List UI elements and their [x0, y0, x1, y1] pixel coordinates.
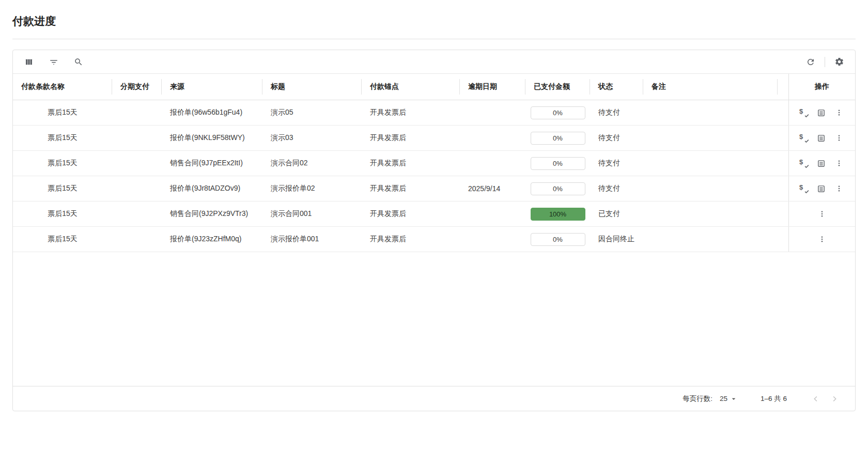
page-range-label: 1–6 共 6	[761, 394, 787, 404]
table-header-row: 付款条款名称 分期支付 来源 标题 付款锚点 逾期日期 已支付金额 状态 备注 …	[13, 74, 855, 100]
cell-terms: 票后15天	[13, 100, 112, 125]
cell-title: 演示03	[262, 126, 362, 150]
cell-title: 演示报价单001	[262, 227, 362, 252]
table-body: 票后15天 报价单(96w56b1gFu4) 演示05 开具发票后 0% 待支付…	[13, 100, 855, 252]
more-options-icon[interactable]	[833, 107, 845, 118]
cell-remark	[643, 176, 778, 201]
filter-icon[interactable]	[47, 55, 60, 69]
toolbar-divider	[825, 57, 825, 67]
cell-remark	[643, 100, 778, 125]
cell-title: 演示报价单02	[262, 176, 362, 201]
settings-gear-icon[interactable]	[832, 55, 846, 69]
more-options-icon[interactable]	[833, 183, 845, 194]
column-header-paid[interactable]: 已支付金额	[525, 74, 590, 100]
column-header-source[interactable]: 来源	[162, 74, 262, 100]
cell-anchor: 开具发票后	[362, 126, 460, 150]
rows-per-page-select[interactable]: 25	[720, 395, 738, 403]
cell-title: 演示合同02	[262, 151, 362, 176]
more-options-icon[interactable]	[816, 234, 828, 245]
table-row[interactable]: 票后15天 销售合同(9J7pEEx2ItI) 演示合同02 开具发票后 0% …	[13, 151, 855, 176]
paid-percent-chip[interactable]: 0%	[531, 106, 585, 119]
rows-per-page-label: 每页行数:	[683, 394, 712, 404]
table-row[interactable]: 票后15天 销售合同(9J2PXz9VTr3) 演示合同001 开具发票后 10…	[13, 201, 855, 227]
toolbar-left	[22, 55, 85, 69]
title-divider	[12, 39, 856, 39]
ledger-icon[interactable]	[815, 183, 827, 194]
column-header-terms[interactable]: 付款条款名称	[13, 74, 112, 100]
column-header-title[interactable]: 标题	[262, 74, 362, 100]
cell-remark	[643, 227, 778, 252]
column-header-status[interactable]: 状态	[590, 74, 643, 100]
more-options-icon[interactable]	[833, 132, 845, 144]
more-options-icon[interactable]	[833, 158, 845, 169]
cell-source: 报价单(9J23zZHfM0q)	[162, 227, 262, 252]
columns-icon[interactable]	[22, 55, 36, 69]
column-header-anchor[interactable]: 付款锚点	[362, 74, 460, 100]
cell-overdue: 2025/9/14	[460, 176, 525, 201]
cell-status: 待支付	[590, 126, 643, 150]
cell-terms: 票后15天	[13, 151, 112, 176]
cell-overdue	[460, 227, 525, 252]
cell-overdue	[460, 201, 525, 226]
paid-percent-chip[interactable]: 100%	[531, 208, 585, 221]
cell-actions: $	[788, 126, 855, 150]
mark-paid-icon[interactable]: $	[799, 159, 809, 168]
table-row[interactable]: 票后15天 报价单(9NKL9F58tWY) 演示03 开具发票后 0% 待支付…	[13, 126, 855, 151]
column-header-installment[interactable]: 分期支付	[112, 74, 162, 100]
cell-actions	[788, 227, 855, 252]
cell-remark	[643, 126, 778, 150]
cell-paid: 0%	[525, 227, 590, 252]
ledger-icon[interactable]	[815, 158, 827, 169]
cell-remark	[643, 201, 778, 226]
cell-anchor: 开具发票后	[362, 151, 460, 176]
ledger-icon[interactable]	[815, 107, 827, 118]
refresh-icon[interactable]	[804, 55, 817, 69]
cell-paid: 0%	[525, 176, 590, 201]
cell-title: 演示05	[262, 100, 362, 125]
search-icon[interactable]	[72, 55, 85, 69]
cell-source: 报价单(9Jr8tADZOv9)	[162, 176, 262, 201]
cell-source: 报价单(9NKL9F58tWY)	[162, 126, 262, 150]
paid-percent-chip[interactable]: 0%	[531, 233, 585, 246]
cell-status: 待支付	[590, 176, 643, 201]
column-header-remark[interactable]: 备注	[643, 74, 778, 100]
paid-percent-chip[interactable]: 0%	[531, 182, 585, 195]
cell-actions: $	[788, 151, 855, 176]
cell-installment	[112, 227, 162, 252]
payment-table-card: 付款条款名称 分期支付 来源 标题 付款锚点 逾期日期 已支付金额 状态 备注 …	[12, 50, 856, 411]
cell-anchor: 开具发票后	[362, 227, 460, 252]
mark-paid-icon[interactable]: $	[799, 133, 809, 143]
cell-actions: $	[788, 176, 855, 201]
column-header-overdue[interactable]: 逾期日期	[460, 74, 525, 100]
table-row[interactable]: 票后15天 报价单(96w56b1gFu4) 演示05 开具发票后 0% 待支付…	[13, 100, 855, 126]
cell-paid: 100%	[525, 201, 590, 226]
cell-status: 已支付	[590, 201, 643, 226]
paid-percent-chip[interactable]: 0%	[531, 132, 585, 145]
mark-paid-icon[interactable]: $	[799, 184, 809, 193]
table-toolbar	[13, 50, 855, 74]
cell-anchor: 开具发票后	[362, 176, 460, 201]
cell-installment	[112, 100, 162, 125]
table-row[interactable]: 票后15天 报价单(9J23zZHfM0q) 演示报价单001 开具发票后 0%…	[13, 227, 855, 252]
cell-anchor: 开具发票后	[362, 100, 460, 125]
cell-actions	[788, 201, 855, 226]
table-row[interactable]: 票后15天 报价单(9Jr8tADZOv9) 演示报价单02 开具发票后 202…	[13, 176, 855, 201]
cell-source: 报价单(96w56b1gFu4)	[162, 100, 262, 125]
cell-anchor: 开具发票后	[362, 201, 460, 226]
cell-title: 演示合同001	[262, 201, 362, 226]
chevron-down-icon	[730, 395, 738, 403]
cell-terms: 票后15天	[13, 201, 112, 226]
previous-page-icon[interactable]	[809, 392, 823, 406]
column-header-actions: 操作	[788, 74, 855, 100]
cell-status: 因合同终止	[590, 227, 643, 252]
next-page-icon[interactable]	[827, 392, 842, 406]
table-empty-area	[13, 252, 855, 386]
ledger-icon[interactable]	[815, 132, 827, 144]
mark-paid-icon[interactable]: $	[799, 108, 809, 117]
more-options-icon[interactable]	[816, 208, 828, 220]
cell-status: 待支付	[590, 100, 643, 125]
cell-terms: 票后15天	[13, 176, 112, 201]
cell-overdue	[460, 100, 525, 125]
cell-terms: 票后15天	[13, 126, 112, 150]
paid-percent-chip[interactable]: 0%	[531, 157, 585, 170]
